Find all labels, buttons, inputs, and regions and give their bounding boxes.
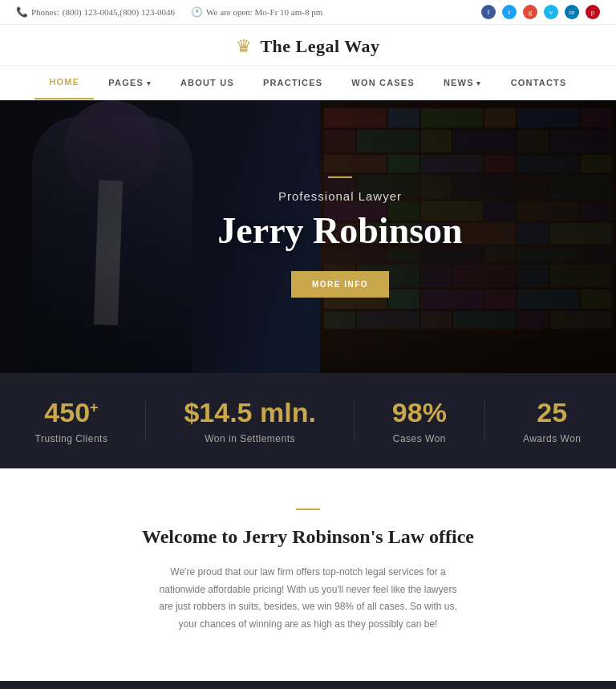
nav-home[interactable]: HOME xyxy=(34,66,94,99)
welcome-text: We're proud that our law firm offers top… xyxy=(156,564,460,633)
logo-area: ♛ The Legal Way xyxy=(0,25,616,66)
hero-section: Professional Lawyer Jerry Robinson MORE … xyxy=(0,100,616,373)
hero-more-info-button[interactable]: MORE INFO xyxy=(291,271,389,298)
social-twitter[interactable]: t xyxy=(502,5,517,19)
welcome-divider xyxy=(296,509,320,510)
stat-settlements-number: $14.5 mln. xyxy=(184,397,315,428)
phone-label: Phones: xyxy=(31,7,59,17)
hero-title: Jerry Robinson xyxy=(217,209,462,252)
social-links: f t g v in p xyxy=(481,5,600,19)
main-nav: HOME PAGES ABOUT US PRACTICES WON CASES … xyxy=(0,66,616,100)
nav-won-cases[interactable]: WON CASES xyxy=(337,67,429,99)
social-pinterest[interactable]: p xyxy=(586,5,600,19)
stat-awards-number: 25 xyxy=(523,397,582,428)
social-linkedin[interactable]: in xyxy=(565,5,579,19)
nav-about[interactable]: ABOUT US xyxy=(166,67,249,99)
nav-news[interactable]: NEWS xyxy=(429,67,496,99)
nav-pages[interactable]: PAGES xyxy=(94,67,166,99)
welcome-section: Welcome to Jerry Robinson's Law office W… xyxy=(0,468,616,681)
phone-numbers: (800) 123-0045,(800) 123-0046 xyxy=(63,7,175,17)
stat-cases: 98% Cases Won xyxy=(392,397,447,444)
stat-divider-3 xyxy=(484,401,485,441)
dark-section-bg xyxy=(0,681,616,689)
stat-settlements: $14.5 mln. Won in Settlements xyxy=(184,397,315,444)
stat-awards: 25 Awards Won xyxy=(523,397,582,444)
nav-practices[interactable]: PRACTICES xyxy=(249,67,337,99)
stat-divider-1 xyxy=(145,401,146,441)
social-googleplus[interactable]: g xyxy=(523,5,537,19)
hero-subtitle: Professional Lawyer xyxy=(217,189,462,203)
site-title: The Legal Way xyxy=(260,36,379,57)
dark-section: Why Hiring Jerry Robinson is Always a Wi… xyxy=(0,681,616,689)
nav-contacts[interactable]: CONTACTS xyxy=(496,67,582,99)
social-vimeo[interactable]: v xyxy=(544,5,558,19)
phone-icon: 📞 xyxy=(16,6,28,18)
stat-cases-label: Cases Won xyxy=(392,433,447,444)
stat-divider-2 xyxy=(354,401,355,441)
top-bar-left: 📞 Phones: (800) 123-0045,(800) 123-0046 … xyxy=(16,6,322,18)
stats-bar: 450+ Trusting Clients $14.5 mln. Won in … xyxy=(0,373,616,468)
clock-icon: 🕐 xyxy=(191,6,203,18)
welcome-title: Welcome to Jerry Robinson's Law office xyxy=(16,526,600,548)
hours-label: We are open: Mo-Fr 10 am-8 pm xyxy=(206,7,322,17)
phone-info: 📞 Phones: (800) 123-0045,(800) 123-0046 xyxy=(16,6,175,18)
crown-icon: ♛ xyxy=(236,36,252,57)
hero-content: Professional Lawyer Jerry Robinson MORE … xyxy=(217,176,462,298)
hours-info: 🕐 We are open: Mo-Fr 10 am-8 pm xyxy=(191,6,322,18)
stat-clients-number: 450+ xyxy=(35,397,108,428)
stat-clients: 450+ Trusting Clients xyxy=(35,397,108,444)
social-facebook[interactable]: f xyxy=(481,5,496,19)
stat-settlements-label: Won in Settlements xyxy=(184,433,315,444)
stat-cases-number: 98% xyxy=(392,397,447,428)
stat-clients-label: Trusting Clients xyxy=(35,433,108,444)
top-bar: 📞 Phones: (800) 123-0045,(800) 123-0046 … xyxy=(0,0,616,25)
hero-divider-line xyxy=(328,176,352,178)
logo: ♛ The Legal Way xyxy=(236,36,379,57)
stat-awards-label: Awards Won xyxy=(523,433,582,444)
